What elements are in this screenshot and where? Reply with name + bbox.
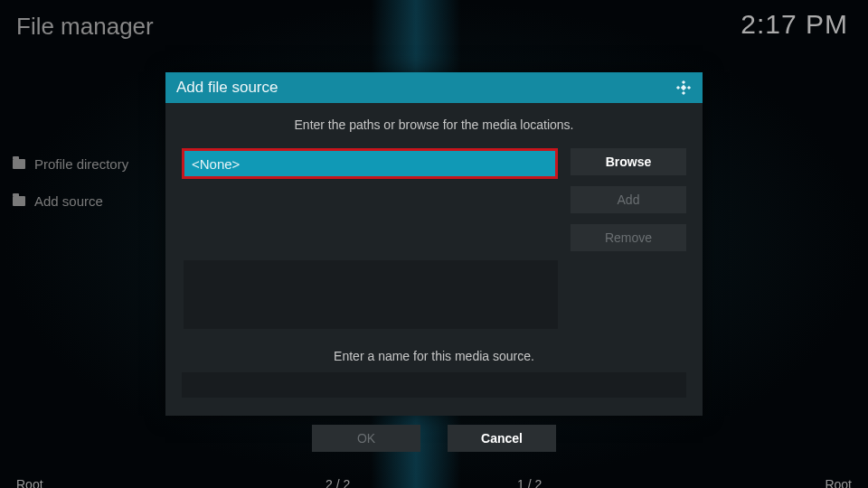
ok-button[interactable]: OK: [312, 425, 420, 452]
svg-rect-3: [682, 91, 685, 95]
path-input[interactable]: <None>: [182, 148, 558, 179]
folder-icon: [13, 159, 25, 169]
page-title: File manager: [16, 13, 154, 41]
sidebar-item-label: Profile directory: [34, 156, 128, 172]
svg-rect-0: [682, 80, 685, 84]
path-instruction: Enter the paths or browse for the media …: [165, 117, 703, 132]
add-button[interactable]: Add: [571, 186, 686, 213]
kodi-logo-icon: [675, 80, 692, 96]
cancel-button[interactable]: Cancel: [448, 425, 556, 452]
svg-rect-4: [681, 85, 686, 90]
sidebar-item-profile-directory[interactable]: Profile directory: [13, 156, 128, 172]
folder-icon: [13, 196, 25, 206]
footer-left-count: 2 / 2: [326, 477, 350, 488]
path-value: <None>: [192, 156, 240, 172]
path-list-area[interactable]: [184, 260, 558, 329]
footer-right-label: Root: [825, 477, 852, 488]
browse-button[interactable]: Browse: [571, 148, 686, 175]
name-instruction: Enter a name for this media source.: [165, 349, 703, 363]
remove-button[interactable]: Remove: [571, 224, 686, 251]
dialog-title: Add file source: [176, 79, 278, 97]
sidebar-item-add-source[interactable]: Add source: [13, 193, 103, 209]
svg-rect-2: [687, 86, 691, 89]
name-input[interactable]: [182, 372, 686, 398]
sidebar-item-label: Add source: [34, 193, 103, 209]
clock: 2:17 PM: [741, 9, 848, 40]
add-file-source-dialog: Add file source Enter the paths or brows…: [165, 72, 703, 416]
dialog-header: Add file source: [165, 72, 703, 103]
footer-left-label: Root: [16, 477, 43, 488]
svg-rect-1: [676, 86, 680, 89]
footer-right-count: 1 / 2: [517, 477, 542, 488]
